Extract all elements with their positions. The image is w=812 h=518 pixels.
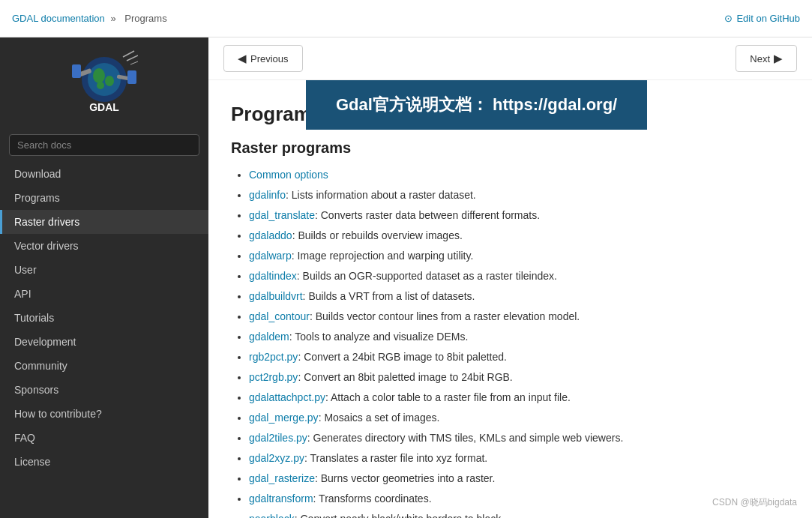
previous-button[interactable]: ◀ Previous <box>223 45 303 72</box>
svg-line-12 <box>130 61 138 64</box>
sidebar-item-tutorials[interactable]: Tutorials <box>0 306 208 330</box>
breadcrumb-area: GDAL documentation » Programs <box>12 13 170 24</box>
sidebar-item-sponsors[interactable]: Sponsors <box>0 378 208 402</box>
item-desc-4: : Image reprojection and warping utility… <box>292 250 474 262</box>
list-item: gdaldem: Tools to analyze and visualize … <box>249 329 790 345</box>
list-item: rgb2pct.py: Convert a 24bit RGB image to… <box>249 349 790 365</box>
list-item: gdal2tiles.py: Generates directory with … <box>249 430 790 446</box>
item-link-3[interactable]: gdaladdo <box>249 229 292 241</box>
svg-line-10 <box>123 51 134 57</box>
sections-container: Raster programsCommon optionsgdalinfo: L… <box>231 139 790 518</box>
svg-point-1 <box>88 63 121 96</box>
sidebar-item-user[interactable]: User <box>0 258 208 282</box>
next-button[interactable]: Next ▶ <box>736 45 797 72</box>
sidebar: GDAL DownloadProgramsRaster driversVecto… <box>0 37 208 518</box>
svg-rect-8 <box>127 70 136 84</box>
sidebar-item-api[interactable]: API <box>0 282 208 306</box>
breadcrumb-separator: » <box>110 13 115 24</box>
list-item: gdaltindex: Builds an OGR-supported data… <box>249 268 790 284</box>
item-link-11[interactable]: gdalattachpct.py <box>249 391 325 403</box>
previous-label: Previous <box>250 53 289 64</box>
item-desc-12: : Mosaics a set of images. <box>319 412 440 424</box>
banner-box: Gdal官方说明文档： https://gdal.org/ <box>306 80 647 130</box>
top-bar: GDAL documentation » Programs ⊙ Edit on … <box>0 0 812 37</box>
next-label: Next <box>750 53 770 64</box>
item-link-6[interactable]: gdalbuildvrt <box>249 290 303 302</box>
item-desc-2: : Converts raster data between different… <box>315 209 540 221</box>
section-title-raster: Raster programs <box>231 139 790 157</box>
item-link-1[interactable]: gdalinfo <box>249 189 286 201</box>
item-link-0[interactable]: Common options <box>249 169 328 181</box>
list-item: pct2rgb.py: Convert an 8bit paletted ima… <box>249 370 790 385</box>
list-item: gdal_merge.py: Mosaics a set of images. <box>249 410 790 426</box>
item-desc-6: : Builds a VRT from a list of datasets. <box>303 290 475 302</box>
search-input[interactable] <box>9 134 199 156</box>
sidebar-item-download[interactable]: Download <box>0 162 208 186</box>
list-item: gdal_contour: Builds vector contour line… <box>249 309 790 325</box>
list-item: gdalwarp: Image reprojection and warping… <box>249 248 790 264</box>
svg-line-11 <box>127 55 138 61</box>
list-item: gdal_rasterize: Burns vector geometries … <box>249 471 790 487</box>
breadcrumb: GDAL documentation » Programs <box>12 13 170 24</box>
item-link-17[interactable]: nearblack <box>249 513 295 518</box>
item-link-10[interactable]: pct2rgb.py <box>249 371 298 383</box>
item-link-13[interactable]: gdal2tiles.py <box>249 432 307 444</box>
item-link-4[interactable]: gdalwarp <box>249 250 292 262</box>
list-item: Common options <box>249 167 790 183</box>
item-desc-3: : Builds or rebuilds overview images. <box>292 229 463 241</box>
sidebar-item-contribute[interactable]: How to contribute? <box>0 402 208 426</box>
item-desc-10: : Convert an 8bit paletted image to 24bi… <box>298 371 512 383</box>
list-item: gdalbuildvrt: Builds a VRT from a list o… <box>249 289 790 304</box>
watermark: CSDN @晓码bigdata <box>712 496 797 509</box>
list-item: gdal_translate: Converts raster data bet… <box>249 208 790 223</box>
edit-github-link[interactable]: ⊙ Edit on GitHub <box>724 13 800 24</box>
sidebar-item-programs[interactable]: Programs <box>0 186 208 210</box>
svg-rect-7 <box>72 64 81 78</box>
item-desc-7: : Builds vector contour lines from a ras… <box>310 310 580 322</box>
sidebar-item-vector-drivers[interactable]: Vector drivers <box>0 234 208 258</box>
item-desc-8: : Tools to analyze and visualize DEMs. <box>289 331 469 343</box>
prev-arrow-icon: ◀ <box>238 52 247 65</box>
item-link-2[interactable]: gdal_translate <box>249 209 315 221</box>
item-link-8[interactable]: gdaldem <box>249 331 289 343</box>
list-item: gdal2xyz.py: Translates a raster file in… <box>249 451 790 466</box>
svg-point-4 <box>97 82 104 89</box>
svg-text:GDAL: GDAL <box>89 101 119 113</box>
sidebar-item-license[interactable]: License <box>0 450 208 474</box>
item-link-7[interactable]: gdal_contour <box>249 310 310 322</box>
github-icon: ⊙ <box>724 13 733 24</box>
sidebar-logo: GDAL <box>0 37 208 128</box>
breadcrumb-docs-link[interactable]: GDAL documentation <box>12 13 105 24</box>
svg-point-3 <box>105 76 114 86</box>
gdal-logo: GDAL <box>70 49 138 121</box>
next-arrow-icon: ▶ <box>774 52 783 65</box>
item-link-16[interactable]: gdaltransform <box>249 493 313 505</box>
item-link-14[interactable]: gdal2xyz.py <box>249 452 304 464</box>
item-desc-9: : Convert a 24bit RGB image to 8bit pale… <box>298 351 507 363</box>
main-layout: GDAL DownloadProgramsRaster driversVecto… <box>0 37 812 518</box>
sidebar-search-area[interactable] <box>0 128 208 162</box>
item-desc-13: : Generates directory with TMS tiles, KM… <box>307 432 623 444</box>
sidebar-item-faq[interactable]: FAQ <box>0 426 208 450</box>
item-desc-17: : Convert nearly black/white borders to … <box>295 513 504 518</box>
section-raster: Raster programsCommon optionsgdalinfo: L… <box>231 139 790 518</box>
nav-buttons: ◀ Previous Next ▶ <box>208 37 812 80</box>
sidebar-item-community[interactable]: Community <box>0 354 208 378</box>
item-link-12[interactable]: gdal_merge.py <box>249 412 319 424</box>
item-link-5[interactable]: gdaltindex <box>249 270 297 282</box>
sidebar-item-raster-drivers[interactable]: Raster drivers <box>0 210 208 234</box>
content-body: Programs Raster programsCommon optionsgd… <box>208 80 812 518</box>
content-area: ◀ Previous Next ▶ Gdal官方说明文档： https://gd… <box>208 37 812 518</box>
item-desc-5: : Builds an OGR-supported dataset as a r… <box>297 270 557 282</box>
list-item: nearblack: Convert nearly black/white bo… <box>249 511 790 518</box>
item-link-9[interactable]: rgb2pct.py <box>249 351 298 363</box>
edit-github-label: Edit on GitHub <box>736 13 800 24</box>
breadcrumb-current: Programs <box>124 13 166 24</box>
item-desc-11: : Attach a color table to a raster file … <box>325 391 571 403</box>
list-item: gdaltransform: Transforms coordinates. <box>249 491 790 507</box>
list-item: gdalinfo: Lists information about a rast… <box>249 187 790 203</box>
item-desc-1: : Lists information about a raster datas… <box>286 189 476 201</box>
item-link-15[interactable]: gdal_rasterize <box>249 472 315 484</box>
item-desc-16: : Transforms coordinates. <box>313 493 432 505</box>
sidebar-item-development[interactable]: Development <box>0 330 208 354</box>
